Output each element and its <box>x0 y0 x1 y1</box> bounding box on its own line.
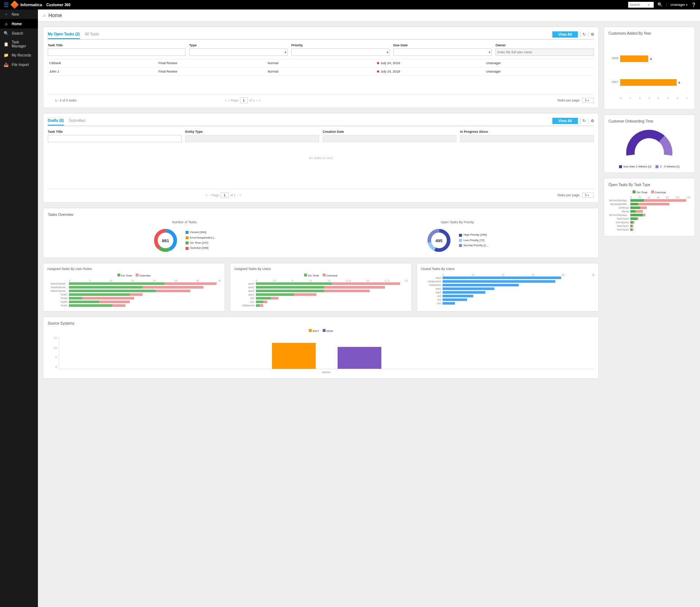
tab-submitted[interactable]: Submitted <box>69 119 85 125</box>
empty-state: No tasks to view <box>48 145 594 189</box>
chevron-down-icon[interactable]: ▾ <box>648 3 649 7</box>
hbar-chart: SalesOperati...ApplicationA...SalesOpera… <box>47 282 221 307</box>
sidebar-label: Home <box>12 22 22 26</box>
view-all-button[interactable]: View All <box>552 118 578 124</box>
filter-type-select[interactable] <box>189 49 288 56</box>
filter-priority-select[interactable] <box>291 49 390 56</box>
bar-2018 <box>338 347 381 369</box>
filter-due-select[interactable] <box>393 49 492 56</box>
overdue-dot-icon <box>377 70 379 73</box>
hbar-chart: 2018 3 2017 6 01234567 <box>609 39 689 105</box>
cell-priority: Normal <box>266 59 376 67</box>
cell-title: Citibank <box>48 59 157 67</box>
legend: On Time Overdue <box>608 190 690 194</box>
next-page-icon[interactable]: › <box>256 98 257 102</box>
sidebar-label: Task Manager <box>12 40 34 48</box>
gear-icon[interactable]: ⚙ <box>588 32 594 38</box>
filter-box <box>460 135 594 142</box>
svg-text:5: 5 <box>667 97 669 100</box>
page-input[interactable] <box>221 192 229 198</box>
page-label: Page <box>231 98 238 102</box>
clipboard-icon: 📋 <box>4 42 9 47</box>
svg-text:7: 7 <box>686 97 688 100</box>
sidebar-item-task-manager[interactable]: 📋Task Manager <box>0 38 38 50</box>
sidebar-item-home[interactable]: ⌂Home <box>0 19 38 28</box>
page-input[interactable] <box>240 97 248 103</box>
svg-text:2018: 2018 <box>612 57 618 60</box>
per-page-select[interactable]: 5 ▾ <box>582 98 594 103</box>
home-icon: ⌂ <box>4 21 9 26</box>
cell-owner: cmanager <box>485 67 594 76</box>
chevron-down-icon: ▾ <box>588 99 589 102</box>
cell-priority: Normal <box>266 67 376 76</box>
tab-my-open-tasks[interactable]: My Open Tasks (2) <box>48 32 80 39</box>
chevron-down-icon: ▾ <box>588 194 589 197</box>
col-entity: Entity Type <box>185 130 319 134</box>
tab-drafts[interactable]: Drafts (0) <box>48 119 64 125</box>
refresh-icon[interactable]: ↻ <box>580 32 586 38</box>
legend: Closed [384]Error/Suspended [...On Time … <box>186 230 216 251</box>
menu-icon[interactable]: ☰ <box>4 1 9 8</box>
view-all-button[interactable]: View All <box>552 31 578 38</box>
overdue-dot-icon <box>377 62 379 64</box>
source-systems-panel: Source Systems 2017 2018 151050 Admin <box>43 317 599 379</box>
filter-box[interactable] <box>48 135 182 142</box>
panel-title: Open Tasks By Task Type <box>608 183 690 187</box>
cell-type: Final Review <box>157 67 267 76</box>
open-by-type-panel: Open Tasks By Task Type On Time Overdue … <box>604 178 695 236</box>
sidebar-item-search[interactable]: 🔍Search <box>0 28 38 38</box>
of-label: of 1 <box>249 98 255 102</box>
svg-text:6: 6 <box>677 97 678 100</box>
overview-panel: Tasks Overview Number of Tasks 881 <box>43 208 599 258</box>
sidebar-item-my-records[interactable]: 📁My Records <box>0 50 38 60</box>
hbar-chart: mgr3c360admin1c360adminmgr1mgr2ds2ds4ds1 <box>421 276 595 305</box>
donut-chart-tasks: 881 <box>153 228 178 253</box>
svg-text:4: 4 <box>658 97 659 100</box>
panel-title: Customers Added By Year <box>608 31 690 35</box>
cell-due: July 24, 2018 <box>376 67 485 76</box>
drafts-panel: Drafts (0) Submitted View All ↻ ⚙ Task T… <box>43 113 599 203</box>
search-box[interactable]: ▾ <box>628 2 654 8</box>
col-creation: Creation Date <box>323 130 456 134</box>
filter-title-input[interactable] <box>48 49 186 56</box>
filter-box <box>185 135 319 142</box>
per-page-select[interactable]: 5 ▾ <box>582 193 594 198</box>
page-header: ⌂ Home <box>38 9 700 22</box>
first-page-icon[interactable]: « <box>225 98 227 102</box>
sidebar-label: My Records <box>12 53 31 57</box>
sidebar: +New ⌂Home 🔍Search 📋Task Manager 📁My Rec… <box>0 9 38 607</box>
gear-icon[interactable]: ⚙ <box>588 118 594 124</box>
last-page-icon[interactable]: » <box>240 193 241 197</box>
legend: High Priority [280]Low Priority [72]Norm… <box>459 232 488 248</box>
refresh-icon[interactable]: ↻ <box>580 118 586 124</box>
table-row[interactable]: John J Final Review Normal July 24, 2018… <box>48 67 594 76</box>
search-icon[interactable]: 🔍 <box>657 2 663 7</box>
search-input[interactable] <box>630 3 648 7</box>
sidebar-item-new[interactable]: +New <box>0 9 38 19</box>
help-icon[interactable]: ❔ <box>691 3 696 7</box>
pager: « ‹ Page of 1 › » <box>206 192 241 198</box>
logo <box>11 1 19 9</box>
sidebar-item-file-import[interactable]: 📥File Import <box>0 60 38 69</box>
folder-icon: 📁 <box>4 53 9 58</box>
per-page-label: Tasks per page: <box>557 98 580 102</box>
svg-text:2017: 2017 <box>612 80 618 84</box>
tab-all-tasks[interactable]: All Tasks <box>85 32 99 38</box>
user-label[interactable]: cmanager c <box>666 3 688 7</box>
last-page-icon[interactable]: » <box>259 98 261 102</box>
panel-title: Source Systems <box>48 321 594 325</box>
first-page-icon[interactable]: « <box>206 193 207 197</box>
next-page-icon[interactable]: › <box>237 193 238 197</box>
bar-2017 <box>272 343 316 369</box>
filter-owner-input[interactable] <box>495 49 594 56</box>
svg-text:6: 6 <box>678 81 680 84</box>
col-due: Due Date <box>393 43 492 47</box>
of-label: of 1 <box>230 193 236 197</box>
chart-title: Open Tasks By Priority <box>321 220 594 224</box>
table-row[interactable]: Citibank Final Review Normal July 24, 20… <box>48 59 594 67</box>
sidebar-label: Search <box>12 31 23 35</box>
prev-page-icon[interactable]: ‹ <box>209 193 210 197</box>
col-type: Type <box>189 43 288 47</box>
panel-title: Customer Onboarding Time <box>608 119 690 123</box>
prev-page-icon[interactable]: ‹ <box>228 98 229 102</box>
